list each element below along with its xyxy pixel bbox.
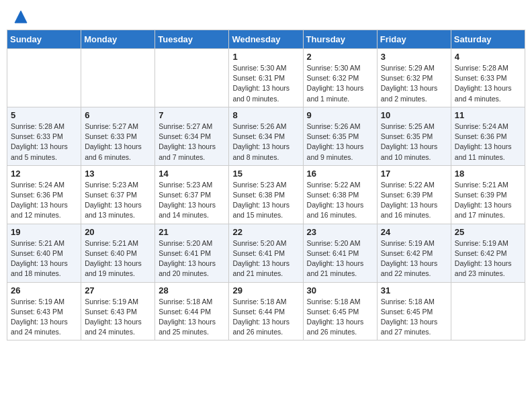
day-info: Sunrise: 5:19 AM Sunset: 6:43 PM Dayligh… [85,297,151,338]
day-number: 23 [307,227,373,237]
day-info: Sunrise: 5:20 AM Sunset: 6:41 PM Dayligh… [307,238,373,279]
weekday-header-row: SundayMondayTuesdayWednesdayThursdayFrid… [7,30,525,49]
calendar-cell: 7Sunrise: 5:27 AM Sunset: 6:34 PM Daylig… [155,107,229,165]
day-info: Sunrise: 5:23 AM Sunset: 6:38 PM Dayligh… [232,180,299,221]
day-number: 20 [85,227,151,237]
day-number: 17 [381,169,447,179]
calendar-week-row: 26Sunrise: 5:19 AM Sunset: 6:43 PM Dayli… [7,282,525,340]
page-header [7,7,525,24]
weekday-header-monday: Monday [81,30,155,49]
day-number: 15 [232,169,299,179]
weekday-header-sunday: Sunday [7,30,81,49]
day-number: 5 [11,110,77,120]
day-number: 30 [307,285,373,295]
day-number: 6 [85,110,151,120]
calendar-table: SundayMondayTuesdayWednesdayThursdayFrid… [7,30,525,340]
calendar-cell: 30Sunrise: 5:18 AM Sunset: 6:45 PM Dayli… [303,282,377,340]
calendar-cell: 15Sunrise: 5:23 AM Sunset: 6:38 PM Dayli… [229,165,303,224]
calendar-cell: 24Sunrise: 5:19 AM Sunset: 6:42 PM Dayli… [377,224,451,282]
day-info: Sunrise: 5:20 AM Sunset: 6:41 PM Dayligh… [159,238,225,279]
calendar-week-row: 12Sunrise: 5:24 AM Sunset: 6:36 PM Dayli… [7,165,525,224]
calendar-cell: 6Sunrise: 5:27 AM Sunset: 6:33 PM Daylig… [81,107,155,165]
calendar-cell: 18Sunrise: 5:21 AM Sunset: 6:39 PM Dayli… [451,165,525,224]
calendar-cell [81,49,155,107]
calendar-cell: 31Sunrise: 5:18 AM Sunset: 6:45 PM Dayli… [377,282,451,340]
day-number: 7 [159,110,225,120]
calendar-cell: 25Sunrise: 5:19 AM Sunset: 6:42 PM Dayli… [451,224,525,282]
weekday-header-saturday: Saturday [451,30,525,49]
calendar-cell: 5Sunrise: 5:28 AM Sunset: 6:33 PM Daylig… [7,107,81,165]
calendar-cell [7,49,81,107]
day-info: Sunrise: 5:20 AM Sunset: 6:41 PM Dayligh… [232,238,299,279]
day-info: Sunrise: 5:27 AM Sunset: 6:34 PM Dayligh… [159,122,225,163]
calendar-cell: 2Sunrise: 5:30 AM Sunset: 6:32 PM Daylig… [303,49,377,107]
calendar-cell: 9Sunrise: 5:26 AM Sunset: 6:35 PM Daylig… [303,107,377,165]
day-info: Sunrise: 5:29 AM Sunset: 6:32 PM Dayligh… [381,63,447,104]
calendar-cell: 10Sunrise: 5:25 AM Sunset: 6:35 PM Dayli… [377,107,451,165]
calendar-cell: 27Sunrise: 5:19 AM Sunset: 6:43 PM Dayli… [81,282,155,340]
day-info: Sunrise: 5:26 AM Sunset: 6:34 PM Dayligh… [232,122,299,163]
calendar-cell: 13Sunrise: 5:23 AM Sunset: 6:37 PM Dayli… [81,165,155,224]
day-info: Sunrise: 5:30 AM Sunset: 6:32 PM Dayligh… [307,63,373,104]
day-number: 8 [232,110,299,120]
calendar-cell: 23Sunrise: 5:20 AM Sunset: 6:41 PM Dayli… [303,224,377,282]
calendar-cell: 29Sunrise: 5:18 AM Sunset: 6:44 PM Dayli… [229,282,303,340]
calendar-cell: 28Sunrise: 5:18 AM Sunset: 6:44 PM Dayli… [155,282,229,340]
day-number: 27 [85,285,151,295]
calendar-cell: 16Sunrise: 5:22 AM Sunset: 6:38 PM Dayli… [303,165,377,224]
weekday-header-friday: Friday [377,30,451,49]
day-number: 12 [11,169,77,179]
calendar-cell: 19Sunrise: 5:21 AM Sunset: 6:40 PM Dayli… [7,224,81,282]
day-number: 3 [381,52,447,62]
day-info: Sunrise: 5:24 AM Sunset: 6:36 PM Dayligh… [11,180,77,221]
day-number: 26 [11,285,77,295]
day-number: 24 [381,227,447,237]
day-number: 22 [232,227,299,237]
svg-marker-0 [15,11,27,23]
day-info: Sunrise: 5:21 AM Sunset: 6:40 PM Dayligh… [85,238,151,279]
calendar-cell [155,49,229,107]
calendar-week-row: 5Sunrise: 5:28 AM Sunset: 6:33 PM Daylig… [7,107,525,165]
day-number: 4 [455,52,521,62]
day-number: 11 [455,110,521,120]
day-info: Sunrise: 5:28 AM Sunset: 6:33 PM Dayligh… [11,122,77,163]
day-info: Sunrise: 5:22 AM Sunset: 6:39 PM Dayligh… [381,180,447,221]
calendar-cell: 8Sunrise: 5:26 AM Sunset: 6:34 PM Daylig… [229,107,303,165]
day-number: 21 [159,227,225,237]
day-info: Sunrise: 5:23 AM Sunset: 6:37 PM Dayligh… [85,180,151,221]
calendar-week-row: 1Sunrise: 5:30 AM Sunset: 6:31 PM Daylig… [7,49,525,107]
calendar-cell: 3Sunrise: 5:29 AM Sunset: 6:32 PM Daylig… [377,49,451,107]
calendar-cell: 14Sunrise: 5:23 AM Sunset: 6:37 PM Dayli… [155,165,229,224]
day-info: Sunrise: 5:27 AM Sunset: 6:33 PM Dayligh… [85,122,151,163]
calendar-cell: 22Sunrise: 5:20 AM Sunset: 6:41 PM Dayli… [229,224,303,282]
day-info: Sunrise: 5:24 AM Sunset: 6:36 PM Dayligh… [455,122,521,163]
day-info: Sunrise: 5:21 AM Sunset: 6:40 PM Dayligh… [11,238,77,279]
day-info: Sunrise: 5:28 AM Sunset: 6:33 PM Dayligh… [455,63,521,104]
day-number: 14 [159,169,225,179]
weekday-header-tuesday: Tuesday [155,30,229,49]
day-info: Sunrise: 5:22 AM Sunset: 6:38 PM Dayligh… [307,180,373,221]
day-number: 18 [455,169,521,179]
day-info: Sunrise: 5:19 AM Sunset: 6:42 PM Dayligh… [455,238,521,279]
calendar-cell: 11Sunrise: 5:24 AM Sunset: 6:36 PM Dayli… [451,107,525,165]
day-number: 19 [11,227,77,237]
day-number: 10 [381,110,447,120]
calendar-cell: 21Sunrise: 5:20 AM Sunset: 6:41 PM Dayli… [155,224,229,282]
day-info: Sunrise: 5:23 AM Sunset: 6:37 PM Dayligh… [159,180,225,221]
day-info: Sunrise: 5:30 AM Sunset: 6:31 PM Dayligh… [232,63,299,104]
day-number: 1 [232,52,299,62]
calendar-cell: 17Sunrise: 5:22 AM Sunset: 6:39 PM Dayli… [377,165,451,224]
calendar-week-row: 19Sunrise: 5:21 AM Sunset: 6:40 PM Dayli… [7,224,525,282]
day-number: 13 [85,169,151,179]
day-info: Sunrise: 5:18 AM Sunset: 6:44 PM Dayligh… [232,297,299,338]
day-info: Sunrise: 5:26 AM Sunset: 6:35 PM Dayligh… [307,122,373,163]
day-info: Sunrise: 5:21 AM Sunset: 6:39 PM Dayligh… [455,180,521,221]
day-number: 29 [232,285,299,295]
calendar-cell: 1Sunrise: 5:30 AM Sunset: 6:31 PM Daylig… [229,49,303,107]
day-info: Sunrise: 5:19 AM Sunset: 6:43 PM Dayligh… [11,297,77,338]
day-number: 9 [307,110,373,120]
logo-triangle-icon [13,9,28,24]
calendar-cell: 20Sunrise: 5:21 AM Sunset: 6:40 PM Dayli… [81,224,155,282]
day-info: Sunrise: 5:18 AM Sunset: 6:45 PM Dayligh… [307,297,373,338]
day-info: Sunrise: 5:25 AM Sunset: 6:35 PM Dayligh… [381,122,447,163]
